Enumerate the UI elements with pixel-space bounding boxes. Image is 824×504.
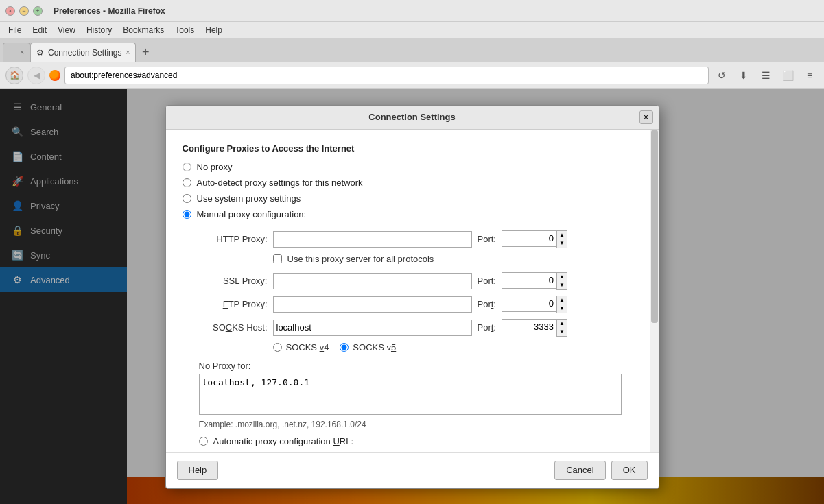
socks-v4-radio[interactable] — [273, 343, 282, 352]
pocket-button[interactable]: ⬜ — [779, 67, 797, 84]
window-controls: × − + — [5, 6, 43, 16]
download-button[interactable]: ⬇ — [735, 67, 753, 84]
ssl-proxy-label: SSL Proxy: — [199, 276, 268, 286]
no-proxy-section: No Proxy for: localhost, 127.0.0.1 Examp… — [199, 361, 642, 429]
auto-proxy-url-option[interactable]: Automatic proxy configuration URL: — [199, 436, 354, 446]
tab-empty[interactable]: × — [3, 43, 30, 62]
auto-proxy-url-row: Automatic proxy configuration URL: — [199, 436, 642, 446]
menu-bar: File Edit View History Bookmarks Tools H… — [0, 22, 824, 38]
http-port-down[interactable]: ▼ — [557, 239, 567, 248]
menu-history[interactable]: History — [81, 24, 117, 36]
reload-button[interactable]: ↺ — [713, 67, 731, 84]
socks-host-input[interactable] — [273, 320, 472, 336]
window-title: Preferences - Mozilla Firefox — [54, 6, 165, 16]
socks-v5-label: SOCKS v5 — [353, 342, 396, 352]
ssl-port-input[interactable] — [502, 272, 556, 289]
home-button[interactable]: 🏠 — [5, 67, 23, 84]
socks-v5-option[interactable]: SOCKS v5 — [340, 342, 396, 352]
menu-help[interactable]: Help — [200, 24, 228, 36]
footer-left: Help — [177, 461, 219, 480]
scroll-thumb[interactable] — [651, 130, 658, 323]
ftp-port-label: Port: — [478, 299, 496, 309]
menu-edit[interactable]: Edit — [27, 24, 52, 36]
socks-port-up[interactable]: ▲ — [557, 320, 567, 328]
ftp-proxy-input[interactable] — [273, 296, 472, 313]
ftp-port-down[interactable]: ▼ — [557, 304, 567, 313]
all-protocols-checkbox[interactable] — [273, 254, 282, 263]
ftp-port-spin: ▲ ▼ — [556, 296, 567, 313]
radio-manual-proxy[interactable]: Manual proxy configuration: — [183, 209, 642, 219]
http-proxy-label: HTTP Proxy: — [199, 234, 268, 244]
new-tab-button[interactable]: + — [136, 43, 155, 62]
auto-proxy-url-radio[interactable] — [199, 437, 208, 446]
no-proxy-textarea[interactable]: localhost, 127.0.0.1 — [199, 374, 622, 415]
ok-button[interactable]: OK — [611, 461, 648, 480]
radio-auto-detect[interactable]: Auto-detect proxy settings for this netw… — [183, 178, 642, 188]
ssl-port-label: Port: — [478, 276, 496, 286]
auto-proxy-url-label: Automatic proxy configuration URL: — [213, 436, 354, 446]
menu-file[interactable]: File — [3, 24, 27, 36]
radio-manual-proxy-input[interactable] — [183, 210, 191, 219]
menu-bookmarks[interactable]: Bookmarks — [117, 24, 169, 36]
radio-system-proxy[interactable]: Use system proxy settings — [183, 193, 642, 204]
radio-system-proxy-input[interactable] — [183, 194, 191, 203]
back-button[interactable]: ◀ — [27, 67, 45, 84]
dialog-title: Connection Settings — [368, 112, 455, 122]
ssl-port-down[interactable]: ▼ — [557, 281, 567, 289]
no-proxy-label: No Proxy for: — [199, 361, 642, 371]
socks-port-down[interactable]: ▼ — [557, 328, 567, 336]
all-protocols-label: Use this proxy server for all protocols — [287, 254, 434, 264]
tab-close-preferences[interactable]: × — [126, 49, 130, 56]
radio-auto-detect-label: Auto-detect proxy settings for this netw… — [197, 178, 363, 188]
http-port-up[interactable]: ▲ — [557, 231, 567, 239]
socks-v4-option[interactable]: SOCKS v4 — [273, 342, 329, 352]
radio-no-proxy-input[interactable] — [183, 163, 191, 171]
ftp-port-up[interactable]: ▲ — [557, 296, 567, 304]
app-menu-button[interactable]: ☰ — [757, 67, 775, 84]
proxy-form: HTTP Proxy: Port: ▲ ▼ — [199, 230, 642, 446]
ssl-port-up[interactable]: ▲ — [557, 273, 567, 281]
socks-version-row: SOCKS v4 SOCKS v5 — [273, 342, 642, 352]
menu-view[interactable]: View — [52, 24, 81, 36]
http-proxy-row: HTTP Proxy: Port: ▲ ▼ — [199, 230, 642, 248]
proxy-radio-group: No proxy Auto-detect proxy settings for … — [183, 162, 642, 219]
socks-v5-radio[interactable] — [340, 343, 349, 352]
dialog-footer: Help Cancel OK — [166, 452, 659, 488]
connection-settings-dialog: Connection Settings × Configure Proxies … — [165, 105, 659, 489]
http-proxy-input[interactable] — [273, 231, 472, 248]
socks-host-row: SOCKS Host: Port: ▲ ▼ — [199, 319, 642, 337]
maximize-window-button[interactable]: + — [33, 6, 43, 16]
browser-window: × − + Preferences - Mozilla Firefox File… — [0, 0, 824, 504]
tab-preferences[interactable]: ⚙ Connection Settings × — [30, 43, 136, 62]
radio-no-proxy-label: No proxy — [197, 162, 233, 172]
all-protocols-row: Use this proxy server for all protocols — [273, 254, 642, 264]
cancel-button[interactable]: Cancel — [554, 461, 605, 480]
radio-manual-proxy-label: Manual proxy configuration: — [197, 209, 307, 219]
dialog-body: Configure Proxies to Access the Internet… — [166, 130, 659, 452]
help-button[interactable]: Help — [177, 461, 219, 480]
ftp-proxy-label: FTP Proxy: — [199, 299, 268, 309]
tab-close-empty[interactable]: × — [20, 49, 24, 56]
address-input[interactable] — [64, 67, 709, 84]
socks-port-input[interactable] — [502, 319, 556, 335]
minimize-window-button[interactable]: − — [19, 6, 29, 16]
toolbar-right: ↺ ⬇ ☰ ⬜ ≡ — [713, 67, 819, 84]
socks-port-label: Port: — [478, 322, 496, 333]
http-port-wrap: ▲ ▼ — [502, 230, 567, 248]
radio-auto-detect-input[interactable] — [183, 178, 191, 187]
scroll-track[interactable] — [650, 130, 659, 452]
close-window-button[interactable]: × — [5, 6, 15, 16]
http-port-label: Port: — [478, 234, 496, 244]
menu-tools[interactable]: Tools — [169, 24, 200, 36]
overflow-button[interactable]: ≡ — [801, 67, 819, 84]
firefox-icon — [49, 70, 60, 81]
dialog-close-button[interactable]: × — [639, 110, 653, 124]
http-port-input[interactable] — [502, 230, 556, 247]
ftp-port-input[interactable] — [502, 296, 556, 312]
socks-port-spin: ▲ ▼ — [556, 319, 567, 337]
radio-no-proxy[interactable]: No proxy — [183, 162, 642, 172]
ssl-proxy-row: SSL Proxy: Port: ▲ ▼ — [199, 272, 642, 290]
ssl-port-wrap: ▲ ▼ — [502, 272, 567, 290]
ssl-proxy-input[interactable] — [273, 273, 472, 289]
title-bar: × − + Preferences - Mozilla Firefox — [0, 0, 824, 22]
